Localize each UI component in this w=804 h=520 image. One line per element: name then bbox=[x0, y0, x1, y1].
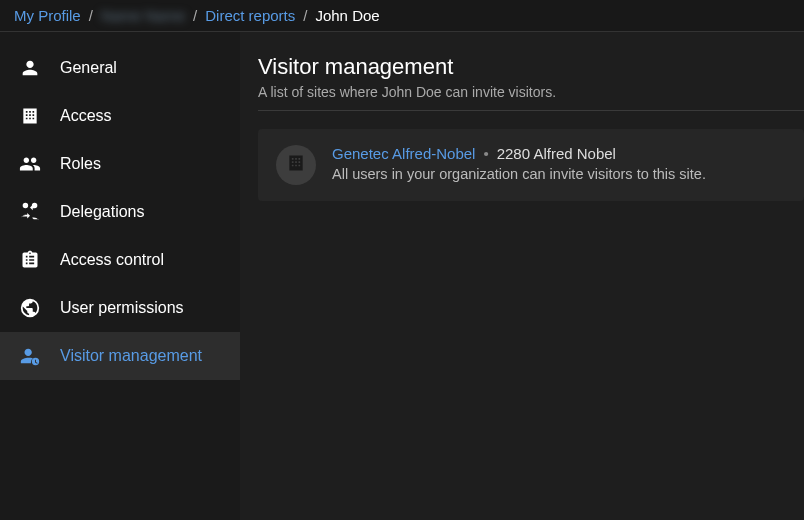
sidebar-item-label: Visitor management bbox=[60, 347, 202, 365]
sidebar-item-visitor-management[interactable]: Visitor management bbox=[0, 332, 240, 380]
sidebar-item-general[interactable]: General bbox=[0, 44, 240, 92]
breadcrumb-link-my-profile[interactable]: My Profile bbox=[14, 7, 81, 24]
site-card: Genetec Alfred-Nobel • 2280 Alfred Nobel… bbox=[258, 129, 804, 201]
sidebar-item-label: Access bbox=[60, 107, 112, 125]
site-address: 2280 Alfred Nobel bbox=[497, 145, 616, 162]
breadcrumb-link-direct-reports[interactable]: Direct reports bbox=[205, 7, 295, 24]
person-clock-icon bbox=[18, 344, 42, 368]
site-name[interactable]: Genetec Alfred-Nobel bbox=[332, 145, 475, 162]
site-description: All users in your organization can invit… bbox=[332, 166, 786, 182]
page-title: Visitor management bbox=[258, 54, 804, 80]
sidebar-item-roles[interactable]: Roles bbox=[0, 140, 240, 188]
dot-separator: • bbox=[483, 145, 488, 162]
site-icon-wrap bbox=[276, 145, 316, 185]
building-icon bbox=[286, 153, 306, 177]
clipboard-icon bbox=[18, 248, 42, 272]
sidebar-item-delegations[interactable]: Delegations bbox=[0, 188, 240, 236]
sidebar-item-user-permissions[interactable]: User permissions bbox=[0, 284, 240, 332]
breadcrumb-link-redacted[interactable]: Name Name bbox=[101, 7, 185, 24]
site-header-row: Genetec Alfred-Nobel • 2280 Alfred Nobel bbox=[332, 145, 786, 162]
group-icon bbox=[18, 152, 42, 176]
sidebar-item-label: General bbox=[60, 59, 117, 77]
sidebar-item-label: Access control bbox=[60, 251, 164, 269]
swap-people-icon bbox=[18, 200, 42, 224]
sidebar-item-access[interactable]: Access bbox=[0, 92, 240, 140]
site-info: Genetec Alfred-Nobel • 2280 Alfred Nobel… bbox=[332, 145, 786, 182]
breadcrumb-separator: / bbox=[193, 7, 197, 24]
globe-icon bbox=[18, 296, 42, 320]
breadcrumb-current: John Doe bbox=[315, 7, 379, 24]
building-icon bbox=[18, 104, 42, 128]
person-icon bbox=[18, 56, 42, 80]
layout: General Access Roles Delegations Access bbox=[0, 32, 804, 520]
breadcrumb: My Profile / Name Name / Direct reports … bbox=[0, 0, 804, 32]
page-subtitle: A list of sites where John Doe can invit… bbox=[258, 84, 804, 111]
main-content: Visitor management A list of sites where… bbox=[240, 32, 804, 520]
sidebar-item-label: User permissions bbox=[60, 299, 184, 317]
sidebar: General Access Roles Delegations Access bbox=[0, 32, 240, 520]
sidebar-item-label: Delegations bbox=[60, 203, 145, 221]
sidebar-item-access-control[interactable]: Access control bbox=[0, 236, 240, 284]
sidebar-item-label: Roles bbox=[60, 155, 101, 173]
breadcrumb-separator: / bbox=[89, 7, 93, 24]
breadcrumb-separator: / bbox=[303, 7, 307, 24]
